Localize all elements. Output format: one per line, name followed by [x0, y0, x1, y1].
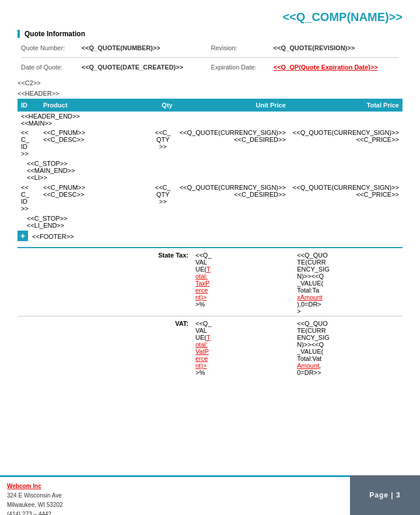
row1-pnum: <<C_PNUM>>: [43, 129, 85, 136]
page-wrapper: <<Q_COMP(NAME)>> Quote Information Quote…: [0, 0, 420, 515]
footer-address2: Milwaukee, WI 53202: [7, 502, 63, 508]
footer-page-label: Page | 3: [350, 475, 420, 515]
header-end-row: <<HEADER_END>> <<MAIN>>: [18, 112, 402, 127]
table-row-1: <<C_ID>> <<C_PNUM>> <<C_DESC>> <<C_QTY>>…: [18, 127, 402, 158]
row1-id: <<C_ID>>: [18, 127, 40, 158]
expiration-label: Expiration Date:: [207, 62, 270, 72]
row2-unit-price: <<Q_QUOTE(CURRENCY_SIGN)>> <<C_DESIRED>>: [176, 182, 289, 213]
bottom-tags-row: <<C_STOP>> <<LI_END>>: [18, 213, 402, 229]
row1-currency2: <<Q_QUOTE(CURRENCY_SIGN)>>: [293, 129, 399, 136]
li-end-tag: <<LI_END>>: [27, 222, 64, 229]
header-tag: <<HEADER>>: [18, 89, 402, 99]
divider-row: [18, 53, 402, 62]
row2-qty: <<C_QTY>>: [150, 182, 176, 213]
row1-desired: <<C_DESIRED>>: [234, 136, 286, 143]
table-row-2: <<C_ID>> <<C_PNUM>> <<C_DESC>> <<C_QTY>>…: [18, 182, 402, 213]
mid-tags-row: <<C_STOP>> <<MAIN_END>> <<LI>>: [18, 158, 402, 182]
row2-pnum: <<C_PNUM>>: [43, 184, 85, 191]
state-tax-val2: <<Q_QUO TE(CURR ENCY_SIG N)>><<Q _VALUE(…: [295, 248, 402, 316]
row1-total-price: <<Q_QUOTE(CURRENCY_SIGN)>> <<C_PRICE>>: [289, 127, 402, 158]
header-area: <<Q_COMP(NAME)>>: [0, 0, 420, 30]
revision-label: Revision:: [207, 43, 270, 53]
company-name-tag: <<Q_COMP(NAME)>>: [282, 11, 402, 23]
state-tax-row: State Tax: <<Q_ VAL UE(T otal: TaxP erce…: [18, 248, 402, 316]
main-start-tag: <<MAIN>>: [21, 120, 52, 127]
vat-row: VAT: <<Q_ VAL UE(T otal: VatP erce nt)> …: [18, 316, 402, 378]
state-tax-label: State Tax:: [18, 248, 191, 316]
date-value: <<Q_QUOTE(DATE_CREATED)>>: [78, 62, 208, 72]
c2-tag: <<C2>>: [18, 78, 402, 89]
quote-info-section: Quote Information Quote Number: <<Q_QUOT…: [0, 30, 420, 72]
footer-template-tag: <<FOOTER>>: [32, 233, 74, 240]
row1-product: <<C_PNUM>> <<C_DESC>>: [40, 127, 150, 158]
row1-qty: <<C_QTY>>: [150, 127, 176, 158]
row2-price: <<C_PRICE>>: [356, 191, 399, 198]
state-tax-val1: <<Q_ VAL UE(T otal: TaxP erce nt)> >%: [191, 248, 295, 316]
totals-section: State Tax: <<Q_ VAL UE(T otal: TaxP erce…: [0, 242, 420, 377]
row2-total-price: <<Q_QUOTE(CURRENCY_SIGN)>> <<C_PRICE>>: [289, 182, 402, 213]
page-footer: Webcom Inc 324 E Wisconsin Ave Milwaukee…: [0, 475, 420, 515]
footer-left: Webcom Inc 324 E Wisconsin Ave Milwaukee…: [0, 475, 350, 515]
table-header-row: ID Product Qty Unit Price Total Price: [18, 99, 402, 112]
quote-number-label: Quote Number:: [18, 43, 78, 53]
row1-unit-price: <<Q_QUOTE(CURRENCY_SIGN)>> <<C_DESIRED>>: [176, 127, 289, 158]
col-header-product: Product: [40, 99, 150, 112]
row2-product: <<C_PNUM>> <<C_DESC>>: [40, 182, 150, 213]
date-row: Date of Quote: <<Q_QUOTE(DATE_CREATED)>>…: [18, 62, 402, 72]
quote-number-value: <<Q_QUOTE(NUMBER)>>: [78, 43, 208, 53]
add-row-button[interactable]: +: [18, 231, 28, 241]
col-header-unit-price: Unit Price: [176, 99, 289, 112]
vat-val1: <<Q_ VAL UE(T otal: VatP erce nt)> >%: [191, 316, 295, 378]
row2-desc: <<C_DESC>>: [43, 191, 84, 198]
expiration-value: <<Q_QP(Quote Expiration Date)>>: [270, 62, 402, 72]
pre-table-tags: <<C2>> <<HEADER>>: [0, 78, 420, 99]
main-table-wrapper: ID Product Qty Unit Price Total Price <<…: [0, 99, 420, 229]
product-table: ID Product Qty Unit Price Total Price <<…: [18, 99, 402, 229]
totals-table: State Tax: <<Q_ VAL UE(T otal: TaxP erce…: [18, 247, 402, 377]
row1-price: <<C_PRICE>>: [356, 136, 399, 143]
quote-fields-table: Quote Number: <<Q_QUOTE(NUMBER)>> Revisi…: [18, 43, 402, 72]
col-header-id: ID: [18, 99, 40, 112]
row1-currency1: <<Q_QUOTE(CURRENCY_SIGN)>>: [180, 129, 286, 136]
c-stop-tag-1: <<C_STOP>>: [27, 160, 68, 167]
row1-desc: <<C_DESC>>: [43, 136, 84, 143]
row2-currency1: <<Q_QUOTE(CURRENCY_SIGN)>>: [180, 184, 286, 191]
vat-val2: <<Q_QUO TE(CURR ENCY_SIG N)>><<Q _VALUE(…: [295, 316, 402, 378]
revision-value: <<Q_QUOTE(REVISION)>>: [270, 43, 402, 53]
c-stop-tag-2: <<C_STOP>>: [27, 215, 68, 222]
li-start-tag: <<LI>>: [27, 174, 47, 181]
footer-company-name: Webcom Inc: [7, 483, 41, 489]
add-button-row: + <<FOOTER>>: [0, 229, 420, 242]
row2-id: <<C_ID>>: [18, 182, 40, 213]
footer-phone: (414) 273 – 4442: [7, 511, 51, 515]
vat-label: VAT:: [18, 316, 191, 378]
row2-desired: <<C_DESIRED>>: [234, 191, 286, 198]
header-end-tag: <<HEADER_END>>: [21, 113, 80, 120]
col-header-qty: Qty: [150, 99, 176, 112]
main-end-tag: <<MAIN_END>>: [27, 167, 75, 174]
quote-number-row: Quote Number: <<Q_QUOTE(NUMBER)>> Revisi…: [18, 43, 402, 53]
row2-currency2: <<Q_QUOTE(CURRENCY_SIGN)>>: [293, 184, 399, 191]
date-label: Date of Quote:: [18, 62, 78, 72]
col-header-total-price: Total Price: [289, 99, 402, 112]
footer-address1: 324 E Wisconsin Ave: [7, 492, 62, 499]
section-title: Quote Information: [18, 30, 402, 38]
